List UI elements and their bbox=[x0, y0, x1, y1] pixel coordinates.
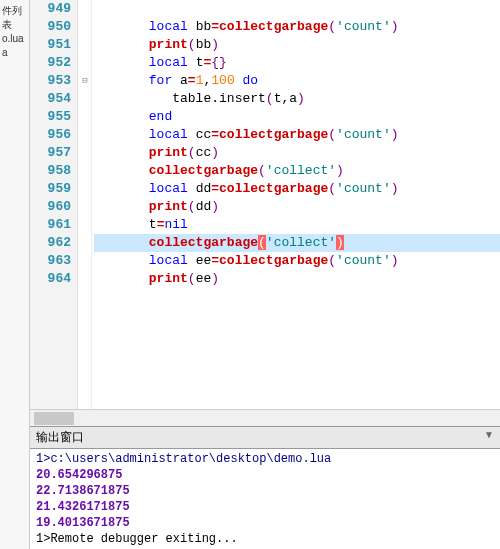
code-line[interactable]: collectgarbage('collect') bbox=[94, 162, 500, 180]
line-number: 955 bbox=[36, 108, 71, 126]
line-number: 959 bbox=[36, 180, 71, 198]
code-line[interactable]: print(cc) bbox=[94, 144, 500, 162]
file-list-panel[interactable]: 件列表 o.lua a bbox=[0, 0, 30, 549]
code-line[interactable]: local cc=collectgarbage('count') bbox=[94, 126, 500, 144]
fold-column[interactable]: ⊟ bbox=[78, 0, 92, 409]
code-editor[interactable]: 9499509519529539549559569579589599609619… bbox=[30, 0, 500, 409]
file-item[interactable]: a bbox=[2, 46, 27, 60]
output-line: 21.4326171875 bbox=[36, 499, 494, 515]
code-line[interactable]: local t={} bbox=[94, 54, 500, 72]
main-area: 9499509519529539549559569579589599609619… bbox=[30, 0, 500, 549]
code-line[interactable]: print(ee) bbox=[94, 270, 500, 288]
code-line[interactable]: print(bb) bbox=[94, 36, 500, 54]
line-number: 954 bbox=[36, 90, 71, 108]
output-line: 1>Remote debugger exiting... bbox=[36, 531, 494, 547]
line-number: 956 bbox=[36, 126, 71, 144]
output-panel-header[interactable]: 输出窗口 ▼ bbox=[30, 426, 500, 449]
fold-toggle-icon[interactable]: ⊟ bbox=[80, 72, 90, 90]
output-line: 19.4013671875 bbox=[36, 515, 494, 531]
dropdown-icon[interactable]: ▼ bbox=[484, 429, 494, 446]
output-panel-body[interactable]: 1>c:\users\administrator\desktop\demo.lu… bbox=[30, 449, 500, 549]
scroll-thumb[interactable] bbox=[34, 412, 74, 425]
code-line[interactable]: end bbox=[94, 108, 500, 126]
line-number: 964 bbox=[36, 270, 71, 288]
line-number: 949 bbox=[36, 0, 71, 18]
code-line[interactable]: local ee=collectgarbage('count') bbox=[94, 252, 500, 270]
code-line[interactable]: collectgarbage('collect') bbox=[94, 234, 500, 252]
line-number: 961 bbox=[36, 216, 71, 234]
panel-label: 件列表 bbox=[2, 4, 27, 32]
line-number: 950 bbox=[36, 18, 71, 36]
line-number: 960 bbox=[36, 198, 71, 216]
code-line[interactable]: local bb=collectgarbage('count') bbox=[94, 18, 500, 36]
line-number: 958 bbox=[36, 162, 71, 180]
line-number: 951 bbox=[36, 36, 71, 54]
code-line[interactable]: t=nil bbox=[94, 216, 500, 234]
file-item[interactable]: o.lua bbox=[2, 32, 27, 46]
code-line[interactable] bbox=[94, 0, 500, 18]
line-number: 963 bbox=[36, 252, 71, 270]
code-line[interactable]: print(dd) bbox=[94, 198, 500, 216]
output-line: 1>c:\users\administrator\desktop\demo.lu… bbox=[36, 451, 494, 467]
horizontal-scrollbar[interactable] bbox=[30, 409, 500, 426]
code-line[interactable]: for a=1,100 do bbox=[94, 72, 500, 90]
line-number: 957 bbox=[36, 144, 71, 162]
line-number-gutter: 9499509519529539549559569579589599609619… bbox=[30, 0, 78, 409]
output-line: 22.7138671875 bbox=[36, 483, 494, 499]
output-title: 输出窗口 bbox=[36, 429, 84, 446]
code-content[interactable]: local bb=collectgarbage('count') print(b… bbox=[92, 0, 500, 409]
line-number: 953 bbox=[36, 72, 71, 90]
line-number: 962 bbox=[36, 234, 71, 252]
output-line: 20.654296875 bbox=[36, 467, 494, 483]
code-line[interactable]: table.insert(t,a) bbox=[94, 90, 500, 108]
line-number: 952 bbox=[36, 54, 71, 72]
code-line[interactable]: local dd=collectgarbage('count') bbox=[94, 180, 500, 198]
